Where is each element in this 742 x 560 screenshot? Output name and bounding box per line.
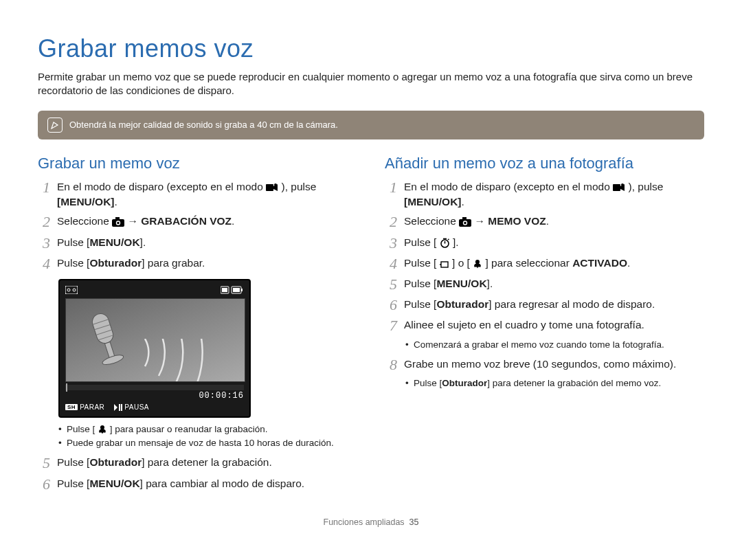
svg-rect-22: [121, 404, 122, 411]
display-icon: [440, 260, 449, 269]
left-step-1: 1 En el modo de disparo (excepto en el m…: [38, 179, 357, 210]
step-number: 6: [385, 297, 397, 313]
step-number: 6: [38, 476, 50, 493]
left-step-2: 2 Seleccione → GRABACIÓN VOZ.: [38, 214, 357, 230]
intro-text: Permite grabar un memo voz que se puede …: [38, 70, 704, 98]
svg-rect-0: [266, 184, 273, 191]
svg-point-5: [117, 222, 120, 225]
left-step-3: 3 Pulse [MENU/OK].: [38, 235, 357, 251]
lcd-pause-button: PAUSA: [114, 403, 149, 411]
video-mode-icon: [613, 183, 625, 192]
lcd-timer: 00:00:16: [65, 391, 244, 401]
svg-point-24: [621, 183, 624, 186]
svg-point-7: [67, 289, 70, 291]
right-step-4: 4 Pulse [ ] o [ ] para seleccionar ACTIV…: [385, 256, 704, 272]
step-number: 8: [385, 357, 397, 373]
tape-icon: [65, 286, 78, 295]
svg-point-8: [73, 289, 76, 291]
lcd-stop-button: SH PARAR: [65, 403, 104, 411]
macro-icon: [473, 259, 482, 269]
step-number: 5: [385, 276, 397, 293]
svg-point-1: [274, 183, 277, 186]
svg-rect-26: [462, 217, 466, 220]
timer-icon: [440, 238, 450, 248]
svg-rect-21: [119, 404, 120, 411]
svg-rect-3: [115, 217, 120, 220]
left-bullet-1: Pulse [ ] para pausar o reanudar la grab…: [58, 423, 357, 436]
svg-point-28: [464, 222, 466, 225]
lcd-progress-bar: [65, 385, 244, 390]
svg-rect-14: [90, 311, 115, 345]
svg-rect-23: [613, 184, 620, 191]
left-bullet-2: Puede grabar un mensaje de voz de hasta …: [58, 437, 357, 449]
right-step-1: 1 En el modo de disparo (excepto en el m…: [385, 179, 704, 210]
battery-card-icon: [221, 286, 244, 295]
svg-rect-13: [233, 288, 240, 292]
svg-rect-12: [241, 289, 243, 291]
left-step-4: 4 Pulse [Obturador] para grabar.: [38, 256, 357, 272]
microphone-icon: [87, 311, 128, 373]
camera-icon: [459, 217, 471, 227]
left-step-6: 6 Pulse [MENU/OK] para cambiar al modo d…: [38, 476, 357, 493]
right-step-7: 7 Alinee el sujeto en el cuadro y tome u…: [385, 317, 704, 334]
right-step-5: 5 Pulse [MENU/OK].: [385, 276, 704, 293]
sound-waves-icon: [142, 339, 231, 382]
right-column: Añadir un memo voz a una fotografía 1 En…: [385, 155, 704, 497]
step-number: 3: [385, 235, 397, 251]
svg-line-32: [448, 238, 449, 239]
lcd-recording-area: [65, 298, 245, 382]
macro-icon: [98, 425, 107, 434]
right-step-2: 2 Seleccione → MEMO VOZ.: [385, 214, 704, 230]
step-number: 7: [385, 317, 397, 334]
step-number: 2: [385, 214, 397, 230]
right-bullet-8: Pulse [Obturador] para detener la grabac…: [405, 377, 704, 390]
footer-page-number: 35: [409, 517, 419, 527]
step-number: 4: [38, 256, 50, 272]
page-title: Grabar memos voz: [38, 34, 704, 63]
step-number: 2: [38, 214, 50, 230]
left-step-5: 5 Pulse [Obturador] para detener la grab…: [38, 455, 357, 471]
step-number: 5: [38, 455, 50, 471]
step-number: 1: [385, 179, 397, 196]
manual-page: Grabar memos voz Permite grabar un memo …: [0, 0, 742, 544]
page-footer: Funciones ampliadas 35: [38, 517, 704, 527]
tip-box: Obtendrá la mejor calidad de sonido si g…: [38, 111, 704, 139]
footer-section: Funciones ampliadas: [324, 517, 405, 527]
right-bullet-7: Comenzará a grabar el memo voz cuando to…: [405, 339, 704, 351]
tip-text: Obtendrá la mejor calidad de sonido si g…: [69, 120, 338, 130]
video-mode-icon: [266, 183, 278, 192]
right-step-3: 3 Pulse [ ].: [385, 235, 704, 251]
right-step-6: 6 Pulse [Obturador] para regresar al mod…: [385, 297, 704, 313]
note-icon: [47, 117, 63, 133]
right-heading: Añadir un memo voz a una fotografía: [385, 155, 704, 172]
left-heading: Grabar un memo voz: [38, 155, 357, 172]
step-number: 1: [38, 179, 50, 196]
step-number: 3: [38, 235, 50, 251]
left-column: Grabar un memo voz 1 En el modo de dispa…: [38, 155, 357, 497]
svg-rect-33: [441, 262, 448, 267]
right-step-8: 8 Grabe un memo voz breve (10 segundos, …: [385, 357, 704, 373]
play-pause-icon: [114, 404, 122, 411]
svg-rect-19: [105, 342, 115, 358]
camera-icon: [112, 217, 124, 227]
lcd-preview: 00:00:16 SH PARAR PAUSA: [58, 279, 251, 418]
svg-rect-10: [222, 288, 227, 292]
step-number: 4: [385, 256, 397, 272]
